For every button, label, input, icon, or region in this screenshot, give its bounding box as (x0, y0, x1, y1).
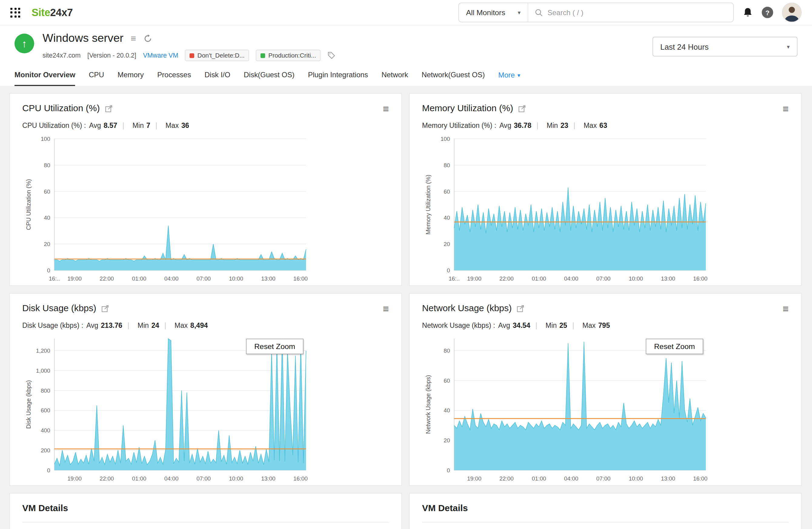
svg-text:60: 60 (444, 378, 450, 384)
svg-text:CPU Utilization (%): CPU Utilization (%) (25, 179, 32, 230)
chevron-down-icon: ▾ (787, 43, 789, 50)
chart-title-disk: Disk Usage (kbps) (22, 303, 96, 314)
vm-detail-row: ESX/ESXi Host Name 172.21.112.41 (422, 522, 789, 529)
svg-text:07:00: 07:00 (596, 475, 610, 482)
svg-text:04:00: 04:00 (564, 475, 578, 482)
memory-chart-area[interactable]: 02040608010016:..19:0022:0001:0004:0007:… (422, 132, 789, 286)
monitor-host: site24x7.com (42, 52, 81, 59)
svg-text:Network Usage (kbps): Network Usage (kbps) (425, 375, 432, 434)
vm-details-panel-right: VM Details ESX/ESXi Host Name 172.21.112… (409, 493, 802, 529)
disk-chart-area[interactable]: 02004006008001,0001,20019:0022:0001:0004… (22, 332, 389, 486)
cpu-utilization-panel: CPU Utilization (%) ≡ CPU Utilization (%… (10, 93, 402, 286)
svg-text:10:00: 10:00 (629, 275, 643, 282)
svg-text:22:00: 22:00 (100, 275, 114, 282)
memory-chart: 02040608010016:..19:0022:0001:0004:0007:… (422, 132, 712, 283)
min-value: 24 (151, 322, 159, 329)
svg-text:40: 40 (444, 215, 450, 221)
tab-network-guest-os[interactable]: Network(Guest OS) (421, 70, 485, 86)
vm-details-title: VM Details (422, 503, 789, 514)
tab-memory[interactable]: Memory (118, 70, 144, 86)
monitor-subtitle: site24x7.com [Version - 20.0.2] VMware V… (42, 50, 336, 61)
svg-text:Memory Utilization (%): Memory Utilization (%) (425, 175, 432, 235)
vm-details-title: VM Details (22, 503, 389, 514)
svg-text:19:00: 19:00 (467, 275, 481, 282)
search-placeholder: Search ( / ) (548, 8, 583, 16)
chevron-down-icon: ▾ (518, 72, 520, 78)
svg-text:40: 40 (44, 215, 50, 221)
svg-text:01:00: 01:00 (132, 275, 146, 282)
search-input[interactable]: Search ( / ) (528, 8, 733, 16)
user-avatar[interactable] (782, 3, 802, 23)
notifications-bell-icon[interactable] (743, 7, 753, 18)
tag-label: Production:Criti... (269, 52, 316, 59)
tab-cpu[interactable]: CPU (89, 70, 104, 86)
svg-text:100: 100 (41, 136, 50, 142)
svg-text:60: 60 (44, 189, 50, 195)
tab-processes[interactable]: Processes (157, 70, 191, 86)
svg-text:10:00: 10:00 (229, 475, 243, 482)
tab-monitor-overview[interactable]: Monitor Overview (15, 70, 75, 86)
cpu-chart-area[interactable]: 02040608010016:..19:0022:0001:0004:0007:… (22, 132, 389, 286)
disk-chart: 02004006008001,0001,20019:0022:0001:0004… (22, 332, 312, 484)
chart-title-cpu: CPU Utilization (%) (22, 103, 100, 114)
reset-zoom-button[interactable]: Reset Zoom (646, 339, 703, 354)
expand-chart-icon[interactable] (102, 305, 110, 312)
svg-text:200: 200 (41, 447, 50, 454)
help-icon[interactable]: ? (762, 7, 773, 18)
svg-text:80: 80 (44, 162, 50, 168)
svg-text:19:00: 19:00 (67, 475, 82, 482)
reset-zoom-button[interactable]: Reset Zoom (246, 339, 304, 354)
chart-menu-icon[interactable]: ≡ (783, 303, 789, 313)
svg-text:80: 80 (444, 348, 450, 354)
memory-utilization-panel: Memory Utilization (%) ≡ Memory Utilizat… (409, 93, 802, 286)
time-range-dropdown[interactable]: Last 24 Hours ▾ (653, 36, 798, 56)
dashboard-content: CPU Utilization (%) ≡ CPU Utilization (%… (0, 86, 812, 529)
expand-chart-icon[interactable] (517, 305, 525, 312)
svg-text:07:00: 07:00 (197, 475, 211, 482)
tab-disk-io[interactable]: Disk I/O (204, 70, 230, 86)
svg-text:0: 0 (447, 467, 450, 473)
svg-text:80: 80 (444, 162, 450, 168)
svg-text:01:00: 01:00 (532, 475, 546, 482)
svg-text:16:00: 16:00 (693, 475, 708, 482)
chart-menu-icon[interactable]: ≡ (383, 303, 389, 313)
tag-dont-delete[interactable]: Don't_Delete:D... (185, 50, 249, 61)
monitor-header: ↑ Windows server ≡ site24x7.com [Version… (0, 26, 812, 61)
tag-production-critical[interactable]: Production:Criti... (256, 50, 321, 61)
chart-title-memory: Memory Utilization (%) (422, 103, 513, 114)
monitor-menu-icon[interactable]: ≡ (131, 34, 136, 43)
expand-chart-icon[interactable] (518, 104, 526, 113)
time-range-value: Last 24 Hours (660, 42, 709, 51)
site24x7-logo[interactable]: Site24x7 (31, 6, 73, 18)
tab-disk-guest-os[interactable]: Disk(Guest OS) (244, 70, 295, 86)
avg-value: 36.78 (514, 122, 532, 130)
svg-text:10:00: 10:00 (629, 475, 643, 482)
refresh-icon[interactable] (143, 34, 152, 43)
chart-menu-icon[interactable]: ≡ (783, 103, 789, 114)
tag-icon[interactable] (328, 51, 336, 59)
site24x7-dashboard: Site24x7 All Monitors ▾ Search ( / ) (0, 0, 812, 529)
apps-grid-icon[interactable] (10, 8, 20, 17)
vmware-vm-link[interactable]: VMware VM (143, 52, 178, 59)
svg-text:13:00: 13:00 (261, 475, 275, 482)
expand-chart-icon[interactable] (105, 104, 113, 113)
tab-more[interactable]: More ▾ (498, 70, 521, 86)
network-chart-area[interactable]: 02040608019:0022:0001:0004:0007:0010:001… (422, 332, 789, 486)
chart-stats-network: Network Usage (kbps) : Avg34.54 | Min25 … (422, 322, 789, 329)
svg-text:800: 800 (41, 387, 50, 394)
monitor-version: [Version - 20.0.2] (87, 52, 136, 59)
monitors-dropdown[interactable]: All Monitors ▾ (459, 8, 528, 16)
avg-value: 213.76 (101, 322, 122, 329)
svg-text:40: 40 (444, 407, 450, 414)
tab-plugin-integrations[interactable]: Plugin Integrations (308, 70, 368, 86)
svg-text:04:00: 04:00 (164, 275, 178, 282)
avg-value: 34.54 (513, 322, 530, 329)
monitors-dropdown-label: All Monitors (466, 8, 505, 16)
svg-text:19:00: 19:00 (67, 275, 82, 282)
svg-text:1,000: 1,000 (36, 368, 50, 374)
vm-detail-row: Host Name s24x7-w10.site24x7.com (22, 522, 389, 529)
tag-label: Don't_Delete:D... (198, 52, 245, 59)
tab-network[interactable]: Network (381, 70, 408, 86)
svg-text:20: 20 (444, 437, 450, 443)
chart-menu-icon[interactable]: ≡ (383, 103, 389, 114)
